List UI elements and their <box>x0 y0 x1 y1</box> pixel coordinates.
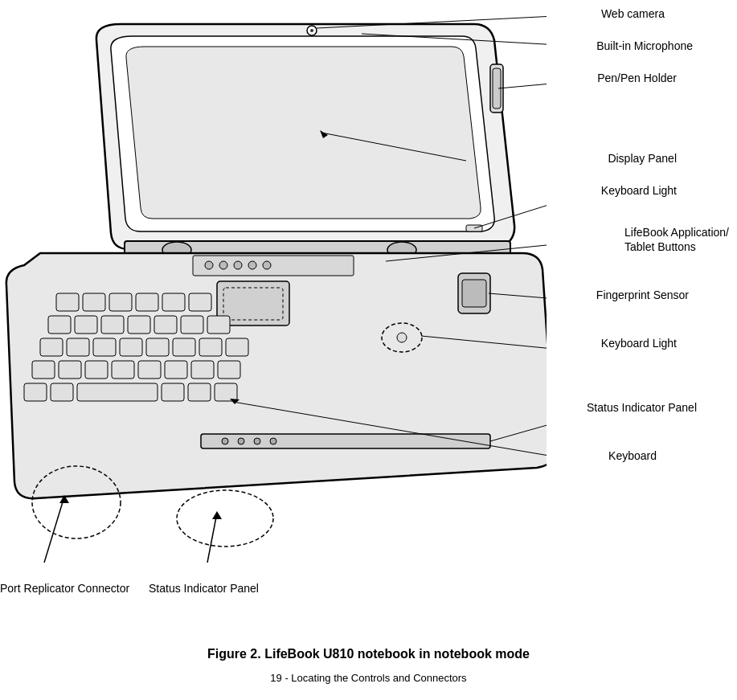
svg-point-22 <box>238 438 244 444</box>
svg-rect-45 <box>226 338 248 356</box>
svg-point-12 <box>248 261 256 269</box>
svg-marker-78 <box>212 511 222 519</box>
svg-rect-56 <box>77 383 158 401</box>
svg-rect-42 <box>146 338 169 356</box>
label-fingerprint-sensor: Fingerprint Sensor <box>596 288 689 302</box>
label-keyboard-light-bottom: Keyboard Light <box>601 336 677 350</box>
svg-rect-37 <box>207 316 230 334</box>
svg-line-77 <box>207 513 217 563</box>
svg-rect-32 <box>75 316 97 334</box>
label-keyboard-light-top: Keyboard Light <box>601 183 677 198</box>
label-display-panel: Display Panel <box>608 151 677 166</box>
svg-rect-53 <box>218 361 240 379</box>
label-port-replicator: Port Replicator Connector <box>0 581 129 596</box>
svg-rect-58 <box>188 383 211 401</box>
svg-point-13 <box>263 261 271 269</box>
svg-point-1 <box>310 29 313 32</box>
svg-rect-27 <box>109 293 132 311</box>
svg-rect-30 <box>189 293 211 311</box>
svg-rect-26 <box>83 293 105 311</box>
svg-point-21 <box>222 438 228 444</box>
svg-rect-44 <box>199 338 222 356</box>
svg-rect-43 <box>173 338 195 356</box>
svg-rect-52 <box>191 361 214 379</box>
svg-rect-29 <box>162 293 185 311</box>
page-number: 19 - Locating the Controls and Connector… <box>0 672 737 684</box>
svg-rect-49 <box>112 361 134 379</box>
label-web-camera: Web camera <box>601 6 665 21</box>
figure-caption: Figure 2. LifeBook U810 notebook in note… <box>0 647 737 661</box>
laptop-diagram <box>0 0 547 611</box>
svg-rect-35 <box>154 316 177 334</box>
label-status-indicator-panel: Status Indicator Panel <box>587 400 697 415</box>
svg-rect-54 <box>24 383 47 401</box>
svg-rect-31 <box>48 316 71 334</box>
svg-rect-46 <box>32 361 55 379</box>
svg-rect-25 <box>56 293 79 311</box>
svg-rect-55 <box>51 383 73 401</box>
svg-point-19 <box>397 333 407 342</box>
svg-rect-39 <box>67 338 89 356</box>
label-lifebook-app: LifeBook Application/ Tablet Buttons <box>624 225 729 254</box>
svg-rect-50 <box>138 361 161 379</box>
svg-point-23 <box>254 438 260 444</box>
label-keyboard: Keyboard <box>608 448 657 463</box>
label-status-indicator-bottom: Status Indicator Panel <box>149 581 259 596</box>
svg-point-9 <box>205 261 213 269</box>
svg-rect-36 <box>181 316 203 334</box>
svg-rect-34 <box>128 316 150 334</box>
svg-rect-40 <box>93 338 116 356</box>
svg-rect-28 <box>136 293 158 311</box>
svg-rect-57 <box>162 383 184 401</box>
svg-rect-33 <box>101 316 124 334</box>
svg-rect-41 <box>120 338 142 356</box>
svg-rect-48 <box>85 361 108 379</box>
svg-rect-59 <box>215 383 237 401</box>
svg-point-10 <box>219 261 227 269</box>
svg-point-61 <box>177 490 273 546</box>
svg-point-24 <box>270 438 276 444</box>
svg-rect-47 <box>59 361 81 379</box>
svg-rect-8 <box>193 256 354 276</box>
page-container: Web camera Built-in Microphone Pen/Pen H… <box>0 0 737 700</box>
svg-line-65 <box>498 80 547 88</box>
svg-rect-51 <box>165 361 187 379</box>
svg-point-11 <box>234 261 242 269</box>
svg-rect-17 <box>462 280 486 307</box>
label-pen-holder: Pen/Pen Holder <box>597 71 677 85</box>
svg-rect-38 <box>40 338 63 356</box>
label-builtin-microphone: Built-in Microphone <box>596 39 693 53</box>
